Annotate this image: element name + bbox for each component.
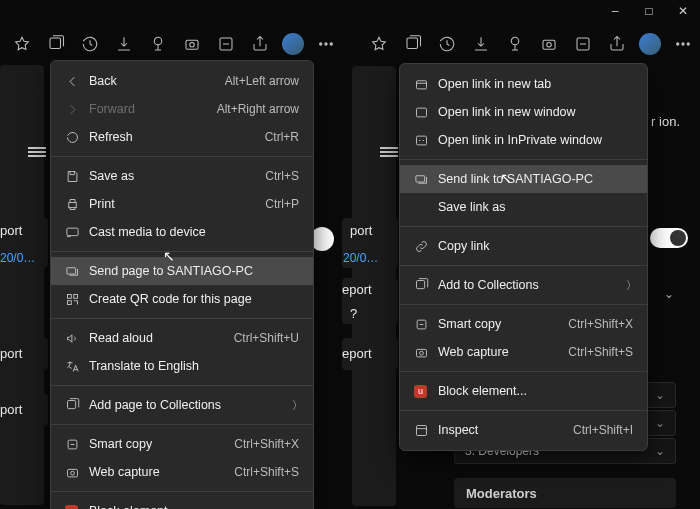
titlebar: – □ ✕: [0, 0, 700, 22]
menu-separator: [51, 251, 313, 252]
menu-separator: [51, 156, 313, 157]
svg-point-3: [190, 43, 195, 48]
menu-refresh[interactable]: RefreshCtrl+R: [51, 123, 313, 151]
menu-separator: [51, 318, 313, 319]
page-context-menu: BackAlt+Left arrow ForwardAlt+Right arro…: [50, 60, 314, 509]
menu-separator: [400, 159, 647, 160]
menu-copy-link[interactable]: Copy link: [400, 232, 647, 260]
downloads-icon[interactable]: [112, 32, 136, 56]
screenshot-icon[interactable]: [180, 32, 204, 56]
label-eport: eport: [342, 282, 372, 297]
menu-open-new-window[interactable]: Open link in new window: [400, 98, 647, 126]
chevron-down-icon[interactable]: ⌄: [664, 287, 674, 301]
svg-point-25: [71, 471, 75, 475]
svg-rect-18: [67, 267, 76, 273]
share-icon[interactable]: [605, 32, 629, 56]
menu-forward: ForwardAlt+Right arrow: [51, 95, 313, 123]
menu-inspect[interactable]: InspectCtrl+Shift+I: [400, 416, 647, 444]
menu-save-as[interactable]: Save asCtrl+S: [51, 162, 313, 190]
svg-rect-27: [417, 80, 427, 88]
svg-rect-0: [50, 38, 61, 49]
left-vertical-bar: [0, 65, 44, 505]
menu-separator: [51, 424, 313, 425]
menu-icon[interactable]: [380, 145, 398, 159]
more-icon[interactable]: [671, 32, 695, 56]
profile-avatar[interactable]: [282, 33, 304, 55]
toolbar-right: [367, 24, 695, 64]
menu-translate[interactable]: Translate to English: [51, 352, 313, 380]
more-icon[interactable]: [314, 32, 338, 56]
label-port: port: [0, 346, 22, 361]
svg-rect-31: [417, 280, 425, 288]
history-icon[interactable]: [435, 32, 459, 56]
toggle[interactable]: [650, 228, 688, 248]
svg-point-14: [682, 43, 684, 45]
window-maximize-button[interactable]: □: [632, 0, 666, 22]
menu-create-qr[interactable]: Create QR code for this page: [51, 285, 313, 313]
link-frag[interactable]: 20/0…: [0, 251, 46, 265]
menu-icon[interactable]: [28, 145, 46, 159]
profile-avatar[interactable]: [639, 33, 661, 55]
chevron-right-icon: 〉: [292, 398, 303, 413]
menu-smart-copy[interactable]: Smart copyCtrl+Shift+X: [400, 310, 647, 338]
svg-rect-33: [417, 349, 427, 357]
menu-block-element[interactable]: uBlock element...: [400, 377, 647, 405]
screenshot-icon[interactable]: [537, 32, 561, 56]
toolbar-left: [10, 24, 338, 64]
menu-separator: [400, 226, 647, 227]
menu-print[interactable]: PrintCtrl+P: [51, 190, 313, 218]
history-icon[interactable]: [78, 32, 102, 56]
svg-point-9: [511, 37, 519, 45]
menu-cast[interactable]: Cast media to device: [51, 218, 313, 246]
web-capture-icon[interactable]: [214, 32, 238, 56]
favorites-icon[interactable]: [10, 32, 34, 56]
menu-save-link[interactable]: Save link as: [400, 193, 647, 221]
link-context-menu: Open link in new tab Open link in new wi…: [399, 63, 648, 451]
menu-add-collections[interactable]: Add to Collections〉: [400, 271, 647, 299]
menu-send-page[interactable]: Send page to SANTIAGO-PC: [51, 257, 313, 285]
moderators-label: Moderators: [466, 486, 537, 501]
label-eport: eport: [342, 346, 372, 361]
chevron-right-icon: 〉: [626, 278, 637, 293]
svg-point-15: [687, 43, 689, 45]
svg-rect-19: [68, 294, 72, 298]
extensions-icon[interactable]: [503, 32, 527, 56]
menu-separator: [400, 410, 647, 411]
link-frag[interactable]: 20/0…: [343, 251, 393, 265]
menu-open-inprivate[interactable]: Open link in InPrivate window: [400, 126, 647, 154]
svg-point-6: [325, 43, 327, 45]
window-close-button[interactable]: ✕: [666, 0, 700, 22]
svg-rect-10: [543, 40, 555, 49]
menu-add-collections[interactable]: Add page to Collections〉: [51, 391, 313, 419]
svg-rect-28: [417, 108, 427, 117]
collections-icon[interactable]: [44, 32, 68, 56]
svg-rect-22: [68, 400, 76, 408]
web-capture-icon[interactable]: [571, 32, 595, 56]
menu-block-element[interactable]: uBlock element...: [51, 497, 313, 509]
share-icon[interactable]: [248, 32, 272, 56]
svg-rect-17: [67, 228, 78, 236]
header-tail-text: r ion.: [651, 112, 680, 132]
window-minimize-button[interactable]: –: [598, 0, 632, 22]
label-port: port: [350, 223, 372, 238]
menu-separator: [400, 371, 647, 372]
svg-point-34: [420, 351, 424, 355]
svg-rect-30: [416, 175, 425, 181]
svg-point-13: [677, 43, 679, 45]
menu-web-capture[interactable]: Web captureCtrl+Shift+S: [400, 338, 647, 366]
label-port: port: [0, 223, 22, 238]
svg-rect-29: [417, 136, 427, 145]
menu-send-link[interactable]: Send link to SANTIAGO-PC: [400, 165, 647, 193]
menu-back[interactable]: BackAlt+Left arrow: [51, 67, 313, 95]
favorites-icon[interactable]: [367, 32, 391, 56]
menu-separator: [400, 304, 647, 305]
menu-read-aloud[interactable]: Read aloudCtrl+Shift+U: [51, 324, 313, 352]
menu-separator: [51, 385, 313, 386]
menu-smart-copy[interactable]: Smart copyCtrl+Shift+X: [51, 430, 313, 458]
menu-open-new-tab[interactable]: Open link in new tab: [400, 70, 647, 98]
downloads-icon[interactable]: [469, 32, 493, 56]
menu-web-capture[interactable]: Web captureCtrl+Shift+S: [51, 458, 313, 486]
collections-icon[interactable]: [401, 32, 425, 56]
svg-point-1: [154, 37, 162, 45]
extensions-icon[interactable]: [146, 32, 170, 56]
